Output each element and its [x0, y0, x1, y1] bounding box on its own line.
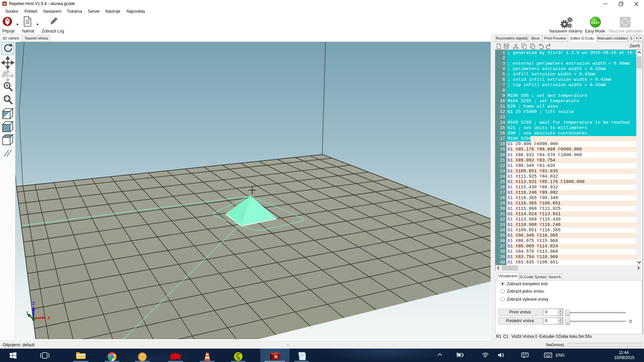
svg-text:EASY: EASY	[591, 21, 600, 24]
svg-text:R: R	[3, 2, 6, 6]
svg-text:X: X	[48, 316, 51, 320]
svg-text:Y: Y	[26, 311, 29, 315]
svg-text:Z: Z	[32, 301, 35, 306]
svg-text:R: R	[274, 354, 278, 359]
